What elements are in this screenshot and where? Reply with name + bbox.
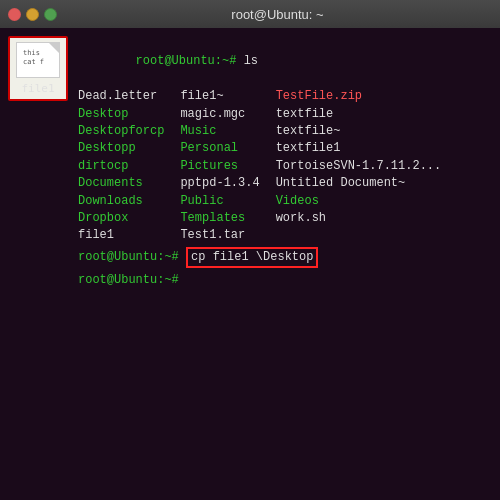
file-icon-label: file1 <box>21 82 54 95</box>
ls-cell: Pictures <box>180 158 275 175</box>
terminal-window: root@Ubuntu: ~ thiscat f file1 root@Ubun… <box>0 0 500 500</box>
ls-row: Desktop magic.mgc textfile <box>78 106 441 123</box>
ls-cell: Dead.letter <box>78 88 180 105</box>
ls-cell: Desktop <box>78 106 180 123</box>
terminal-body[interactable]: thiscat f file1 root@Ubuntu:~# ls Dead.l… <box>0 28 500 500</box>
ls-row: Documents pptpd-1.3.4 Untitled Document~ <box>78 175 441 192</box>
ls-row: Desktopforcp Music textfile~ <box>78 123 441 140</box>
ls-cell: Personal <box>180 140 275 157</box>
ls-cell: Public <box>180 193 275 210</box>
ls-cell: Untitled Document~ <box>276 175 442 192</box>
ls-cell: magic.mgc <box>180 106 275 123</box>
ls-output: Dead.letter file1~ TestFile.zip Desktop … <box>78 88 441 245</box>
downloads-cell: Downloads <box>78 193 180 210</box>
close-button[interactable] <box>8 8 21 21</box>
command-highlighted: cp file1 \Desktop <box>186 247 318 268</box>
maximize-button[interactable] <box>44 8 57 21</box>
ls-cell: textfile~ <box>276 123 442 140</box>
ls-cell: work.sh <box>276 210 442 227</box>
window-controls <box>8 8 57 21</box>
ls-row-downloads: Downloads Public Videos <box>78 193 441 210</box>
titlebar: root@Ubuntu: ~ <box>0 0 500 28</box>
ls-cell: Dropbox <box>78 210 180 227</box>
ls-cell: TestFile.zip <box>276 88 442 105</box>
ls-row: Dead.letter file1~ TestFile.zip <box>78 88 441 105</box>
ls-cell: dirtocp <box>78 158 180 175</box>
ls-cell: Documents <box>78 175 180 192</box>
ls-cell: Desktopforcp <box>78 123 180 140</box>
prompt-text: root@Ubuntu:~# <box>136 54 244 68</box>
file-icon-paper: thiscat f <box>16 42 60 78</box>
ls-cell: textfile1 <box>276 140 442 157</box>
ls-cell: file1 <box>78 227 180 244</box>
ls-cell <box>276 227 442 244</box>
minimize-button[interactable] <box>26 8 39 21</box>
ls-row: file1 Test1.tar <box>78 227 441 244</box>
window-title: root@Ubuntu: ~ <box>63 7 492 22</box>
file-icon-text: thiscat f <box>23 49 44 67</box>
ls-cell: Desktopp <box>78 140 180 157</box>
ls-cell: Test1.tar <box>180 227 275 244</box>
ls-cell: Templates <box>180 210 275 227</box>
ls-command: ls <box>244 54 258 68</box>
ls-row: dirtocp Pictures TortoiseSVN-1.7.11.2... <box>78 158 441 175</box>
file-icon[interactable]: thiscat f file1 <box>8 36 68 101</box>
ls-cell: Videos <box>276 193 442 210</box>
ls-cell: pptpd-1.3.4 <box>180 175 275 192</box>
ls-cell: file1~ <box>180 88 275 105</box>
prompt-ls: root@Ubuntu:~# ls <box>78 36 492 88</box>
command-line-1: root@Ubuntu:~# cp file1 \Desktop <box>78 247 492 268</box>
prompt-last: root@Ubuntu:~# <box>78 270 492 289</box>
ls-cell: Music <box>180 123 275 140</box>
ls-row: Dropbox Templates work.sh <box>78 210 441 227</box>
prompt-text-2: root@Ubuntu:~# <box>78 250 186 264</box>
prompt-text-3: root@Ubuntu:~# <box>78 273 186 287</box>
ls-cell: TortoiseSVN-1.7.11.2... <box>276 158 442 175</box>
ls-row: Desktopp Personal textfile1 <box>78 140 441 157</box>
ls-cell: textfile <box>276 106 442 123</box>
